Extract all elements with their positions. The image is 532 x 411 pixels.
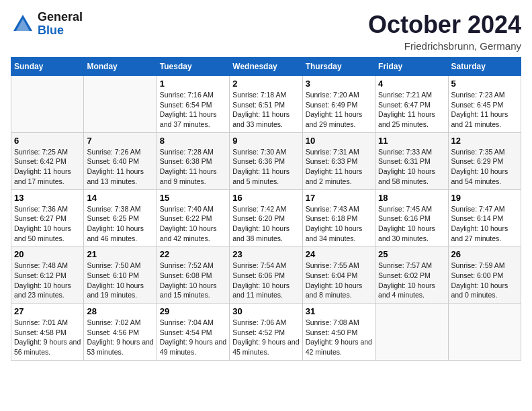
- day-number: 4: [378, 79, 445, 89]
- day-info: Sunrise: 7:28 AM Sunset: 6:38 PM Dayligh…: [160, 147, 226, 187]
- day-number: 6: [14, 136, 81, 146]
- day-number: 12: [451, 136, 518, 146]
- day-number: 27: [14, 306, 81, 316]
- day-info: Sunrise: 7:36 AM Sunset: 6:27 PM Dayligh…: [14, 204, 81, 244]
- day-info: Sunrise: 7:55 AM Sunset: 6:04 PM Dayligh…: [306, 261, 372, 300]
- day-number: 15: [160, 193, 226, 203]
- calendar-cell: 18Sunrise: 7:45 AM Sunset: 6:16 PM Dayli…: [375, 189, 448, 246]
- day-info: Sunrise: 7:40 AM Sunset: 6:22 PM Dayligh…: [160, 204, 226, 244]
- day-number: 20: [14, 249, 81, 259]
- day-number: 25: [378, 249, 445, 259]
- day-info: Sunrise: 7:59 AM Sunset: 6:00 PM Dayligh…: [451, 261, 518, 300]
- calendar-cell: 14Sunrise: 7:38 AM Sunset: 6:25 PM Dayli…: [84, 189, 157, 246]
- day-number: 16: [232, 193, 299, 203]
- logo-blue: Blue: [38, 24, 83, 38]
- calendar-cell: 4Sunrise: 7:21 AM Sunset: 6:47 PM Daylig…: [375, 76, 448, 133]
- day-number: 26: [451, 249, 518, 259]
- header-sunday: Sunday: [11, 58, 84, 76]
- calendar-cell: 25Sunrise: 7:57 AM Sunset: 6:02 PM Dayli…: [375, 246, 448, 304]
- calendar-cell: 29Sunrise: 7:04 AM Sunset: 4:54 PM Dayli…: [157, 304, 229, 361]
- calendar-cell: 12Sunrise: 7:35 AM Sunset: 6:29 PM Dayli…: [448, 132, 521, 189]
- calendar-cell: 3Sunrise: 7:20 AM Sunset: 6:49 PM Daylig…: [302, 76, 375, 133]
- calendar-cell: 13Sunrise: 7:36 AM Sunset: 6:27 PM Dayli…: [11, 189, 84, 246]
- day-number: 5: [451, 79, 518, 89]
- day-info: Sunrise: 7:26 AM Sunset: 6:40 PM Dayligh…: [87, 147, 153, 187]
- calendar-cell: 20Sunrise: 7:48 AM Sunset: 6:12 PM Dayli…: [11, 246, 84, 304]
- day-number: 11: [378, 136, 445, 146]
- day-number: 31: [306, 306, 372, 316]
- header-wednesday: Wednesday: [230, 58, 302, 76]
- calendar-cell: 7Sunrise: 7:26 AM Sunset: 6:40 PM Daylig…: [84, 132, 157, 189]
- day-number: 8: [160, 136, 226, 146]
- logo-general: General: [38, 11, 83, 24]
- calendar-week-5: 27Sunrise: 7:01 AM Sunset: 4:58 PM Dayli…: [11, 304, 521, 361]
- calendar-cell: 5Sunrise: 7:23 AM Sunset: 6:45 PM Daylig…: [448, 76, 521, 133]
- day-info: Sunrise: 7:43 AM Sunset: 6:18 PM Dayligh…: [306, 204, 372, 244]
- calendar-cell: [84, 76, 157, 133]
- day-info: Sunrise: 7:20 AM Sunset: 6:49 PM Dayligh…: [306, 90, 372, 130]
- calendar-cell: [375, 304, 448, 361]
- day-info: Sunrise: 7:54 AM Sunset: 6:06 PM Dayligh…: [232, 261, 299, 300]
- calendar-cell: 9Sunrise: 7:30 AM Sunset: 6:36 PM Daylig…: [230, 132, 302, 189]
- day-number: 14: [87, 193, 153, 203]
- calendar-cell: 27Sunrise: 7:01 AM Sunset: 4:58 PM Dayli…: [11, 304, 84, 361]
- day-number: 10: [306, 136, 372, 146]
- day-number: 18: [378, 193, 445, 203]
- day-info: Sunrise: 7:48 AM Sunset: 6:12 PM Dayligh…: [14, 261, 81, 300]
- calendar-cell: 31Sunrise: 7:08 AM Sunset: 4:50 PM Dayli…: [302, 304, 375, 361]
- day-number: 28: [87, 306, 153, 316]
- calendar-cell: 11Sunrise: 7:33 AM Sunset: 6:31 PM Dayli…: [375, 132, 448, 189]
- day-info: Sunrise: 7:47 AM Sunset: 6:14 PM Dayligh…: [451, 204, 518, 244]
- calendar-cell: 30Sunrise: 7:06 AM Sunset: 4:52 PM Dayli…: [230, 304, 302, 361]
- calendar-cell: 26Sunrise: 7:59 AM Sunset: 6:00 PM Dayli…: [448, 246, 521, 304]
- day-info: Sunrise: 7:01 AM Sunset: 4:58 PM Dayligh…: [14, 318, 81, 357]
- calendar-cell: 24Sunrise: 7:55 AM Sunset: 6:04 PM Dayli…: [302, 246, 375, 304]
- day-number: 24: [306, 249, 372, 259]
- calendar-header-row: SundayMondayTuesdayWednesdayThursdayFrid…: [11, 58, 521, 76]
- day-number: 7: [87, 136, 153, 146]
- day-info: Sunrise: 7:42 AM Sunset: 6:20 PM Dayligh…: [232, 204, 299, 244]
- header-tuesday: Tuesday: [157, 58, 229, 76]
- day-info: Sunrise: 7:45 AM Sunset: 6:16 PM Dayligh…: [378, 204, 445, 244]
- day-number: 13: [14, 193, 81, 203]
- header-friday: Friday: [375, 58, 448, 76]
- title-block: October 2024 Friedrichsbrunn, Germany: [368, 11, 521, 52]
- day-number: 21: [87, 249, 153, 259]
- day-info: Sunrise: 7:38 AM Sunset: 6:25 PM Dayligh…: [87, 204, 153, 244]
- day-info: Sunrise: 7:04 AM Sunset: 4:54 PM Dayligh…: [160, 318, 226, 357]
- day-number: 1: [160, 79, 226, 89]
- page-header: General Blue October 2024 Friedrichsbrun…: [11, 11, 521, 52]
- day-info: Sunrise: 7:21 AM Sunset: 6:47 PM Dayligh…: [378, 90, 445, 130]
- location: Friedrichsbrunn, Germany: [368, 40, 521, 52]
- day-info: Sunrise: 7:06 AM Sunset: 4:52 PM Dayligh…: [232, 318, 299, 357]
- logo: General Blue: [11, 11, 83, 38]
- calendar-cell: 6Sunrise: 7:25 AM Sunset: 6:42 PM Daylig…: [11, 132, 84, 189]
- logo-icon: [11, 12, 35, 36]
- day-info: Sunrise: 7:08 AM Sunset: 4:50 PM Dayligh…: [306, 318, 372, 357]
- header-thursday: Thursday: [302, 58, 375, 76]
- calendar-cell: 19Sunrise: 7:47 AM Sunset: 6:14 PM Dayli…: [448, 189, 521, 246]
- calendar-cell: 8Sunrise: 7:28 AM Sunset: 6:38 PM Daylig…: [157, 132, 229, 189]
- month-title: October 2024: [368, 11, 521, 39]
- day-info: Sunrise: 7:57 AM Sunset: 6:02 PM Dayligh…: [378, 261, 445, 300]
- day-number: 29: [160, 306, 226, 316]
- calendar-cell: 28Sunrise: 7:02 AM Sunset: 4:56 PM Dayli…: [84, 304, 157, 361]
- day-number: 2: [232, 79, 299, 89]
- header-saturday: Saturday: [448, 58, 521, 76]
- calendar-cell: 1Sunrise: 7:16 AM Sunset: 6:54 PM Daylig…: [157, 76, 229, 133]
- logo-text: General Blue: [38, 11, 83, 38]
- day-info: Sunrise: 7:02 AM Sunset: 4:56 PM Dayligh…: [87, 318, 153, 357]
- day-info: Sunrise: 7:33 AM Sunset: 6:31 PM Dayligh…: [378, 147, 445, 187]
- day-number: 23: [232, 249, 299, 259]
- day-info: Sunrise: 7:18 AM Sunset: 6:51 PM Dayligh…: [232, 90, 299, 130]
- calendar-week-2: 6Sunrise: 7:25 AM Sunset: 6:42 PM Daylig…: [11, 132, 521, 189]
- calendar-table: SundayMondayTuesdayWednesdayThursdayFrid…: [11, 57, 521, 361]
- day-info: Sunrise: 7:52 AM Sunset: 6:08 PM Dayligh…: [160, 261, 226, 300]
- day-number: 17: [306, 193, 372, 203]
- day-info: Sunrise: 7:35 AM Sunset: 6:29 PM Dayligh…: [451, 147, 518, 187]
- calendar-cell: 16Sunrise: 7:42 AM Sunset: 6:20 PM Dayli…: [230, 189, 302, 246]
- day-info: Sunrise: 7:30 AM Sunset: 6:36 PM Dayligh…: [232, 147, 299, 187]
- header-monday: Monday: [84, 58, 157, 76]
- day-info: Sunrise: 7:31 AM Sunset: 6:33 PM Dayligh…: [306, 147, 372, 187]
- calendar-week-4: 20Sunrise: 7:48 AM Sunset: 6:12 PM Dayli…: [11, 246, 521, 304]
